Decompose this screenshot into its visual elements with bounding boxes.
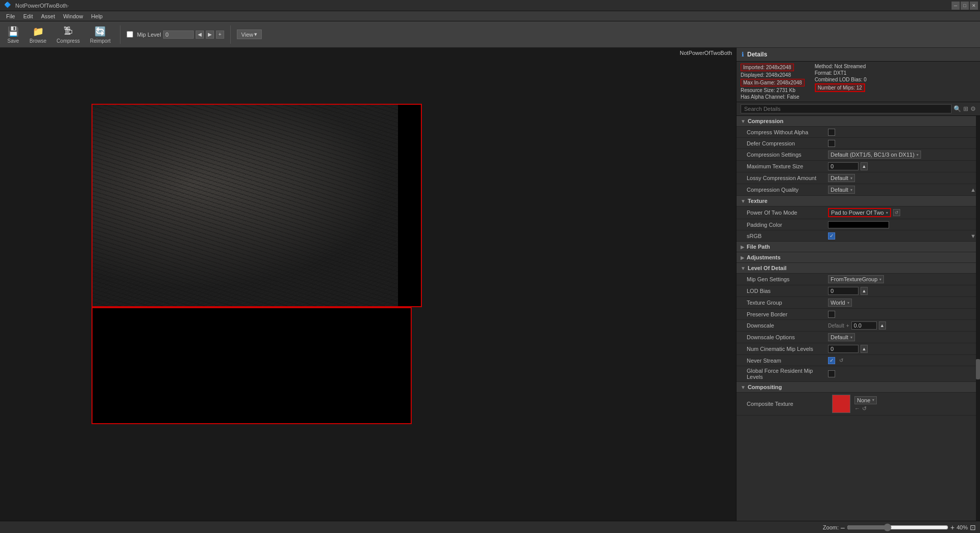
downscale-options-row: Downscale Options Default ▾ bbox=[737, 332, 980, 343]
browse-button[interactable]: 📁 Browse bbox=[26, 24, 49, 45]
mip-gen-settings-option: FromTextureGroup bbox=[831, 276, 877, 282]
lod-section-header[interactable]: ▼ Level Of Detail bbox=[737, 263, 980, 274]
compositing-arrow-icon: ▼ bbox=[741, 384, 746, 390]
viewport-label: NotPowerOfTwoBoth bbox=[680, 50, 732, 56]
search-icon[interactable]: 🔍 bbox=[954, 105, 961, 112]
menu-help[interactable]: Help bbox=[87, 12, 107, 20]
compositing-section-header[interactable]: ▼ Compositing bbox=[737, 382, 980, 393]
mip-level-checkbox[interactable] bbox=[127, 31, 133, 38]
info-combined-lod: Combined LOD Bias: 0 bbox=[815, 77, 867, 82]
save-button[interactable]: 💾 Save bbox=[4, 24, 22, 45]
lossy-compression-dropdown[interactable]: Default ▾ bbox=[828, 174, 855, 182]
mip-level-container: Mip Level ◀ ▶ + bbox=[127, 31, 224, 39]
info-max-in-game: Max In-Game: 2048x2048 bbox=[741, 79, 805, 86]
max-texture-size-input[interactable] bbox=[828, 162, 859, 170]
texture-group-dropdown[interactable]: World ▾ bbox=[828, 299, 852, 307]
zoom-minus-icon[interactable]: – bbox=[841, 523, 845, 531]
search-input[interactable] bbox=[741, 104, 952, 113]
mip-gen-settings-dropdown[interactable]: FromTextureGroup ▾ bbox=[828, 275, 884, 283]
padding-color-label: Padding Color bbox=[747, 222, 828, 228]
never-stream-reset-icon[interactable]: ↺ bbox=[839, 358, 843, 363]
composite-arrow-left-icon[interactable]: ← bbox=[854, 405, 860, 412]
downscale-label: Downscale bbox=[747, 322, 828, 329]
never-stream-label: Never Stream bbox=[747, 358, 828, 364]
scrollbar[interactable] bbox=[976, 116, 980, 521]
compression-quality-value: Default ▾ ▲ bbox=[828, 186, 976, 194]
menu-file[interactable]: File bbox=[2, 12, 19, 20]
compression-arrow-icon: ▼ bbox=[741, 119, 746, 124]
info-method: Method: Not Streamed bbox=[815, 64, 867, 69]
compression-section-header[interactable]: ▼ Compression bbox=[737, 116, 980, 127]
grid-icon[interactable]: ⊞ bbox=[963, 105, 968, 112]
mip-expand-button[interactable]: + bbox=[216, 31, 224, 39]
never-stream-checkbox[interactable] bbox=[828, 357, 835, 364]
compression-settings-dropdown[interactable]: Default (DXT1/5, BC1/3 on DX11) ▾ bbox=[828, 151, 921, 159]
menu-window[interactable]: Window bbox=[59, 12, 87, 20]
global-force-mip-value bbox=[828, 370, 976, 377]
file-path-section-header[interactable]: ▶ File Path bbox=[737, 242, 980, 252]
info-resource-size: Resource Size: 2731 Kb bbox=[741, 87, 805, 93]
zoom-fit-icon[interactable]: ⊡ bbox=[970, 523, 976, 531]
lossy-compression-option: Default bbox=[831, 175, 848, 181]
info-has-alpha: Has Alpha Channel: False bbox=[741, 94, 805, 100]
texture-section-header[interactable]: ▼ Texture bbox=[737, 196, 980, 206]
compression-section-title: Compression bbox=[748, 118, 783, 124]
view-button[interactable]: View ▾ bbox=[237, 29, 262, 39]
global-force-mip-checkbox[interactable] bbox=[828, 370, 835, 377]
srgb-checkbox[interactable] bbox=[828, 232, 835, 240]
minimize-button[interactable]: ─ bbox=[952, 2, 960, 10]
num-cinematic-mip-up-button[interactable]: ▲ bbox=[861, 345, 868, 353]
composite-action-row: ← ↺ bbox=[854, 405, 976, 412]
downscale-options-dropdown[interactable]: Default ▾ bbox=[828, 333, 855, 341]
power-of-two-reset-button[interactable]: ↺ bbox=[893, 209, 900, 216]
zoom-slider[interactable] bbox=[847, 523, 948, 531]
lod-bias-value: ▲ bbox=[828, 287, 976, 295]
downscale-input[interactable] bbox=[851, 321, 877, 330]
mip-decrease-button[interactable]: ◀ bbox=[196, 31, 204, 39]
power-of-two-arrow-icon: ▾ bbox=[886, 211, 888, 215]
save-icon: 💾 bbox=[7, 25, 19, 38]
num-cinematic-mip-input[interactable] bbox=[828, 345, 859, 353]
compression-settings-option: Default (DXT1/5, BC1/3 on DX11) bbox=[831, 152, 914, 158]
details-icon: ℹ bbox=[742, 51, 744, 58]
compression-settings-value: Default (DXT1/5, BC1/3 on DX11) ▾ bbox=[828, 151, 976, 159]
settings-icon[interactable]: ⚙ bbox=[970, 105, 976, 112]
scrollbar-thumb[interactable] bbox=[976, 359, 980, 379]
view-arrow-icon: ▾ bbox=[254, 31, 257, 38]
reimport-button[interactable]: 🔄 Reimport bbox=[87, 24, 114, 45]
compress-without-alpha-value bbox=[828, 129, 976, 136]
info-col-right: Method: Not Streamed Format: DXT1 Combin… bbox=[815, 64, 867, 100]
lod-bias-input[interactable] bbox=[828, 287, 859, 295]
menu-edit[interactable]: Edit bbox=[19, 12, 37, 20]
preserve-border-checkbox[interactable] bbox=[828, 311, 835, 318]
maximize-button[interactable]: □ bbox=[961, 2, 969, 10]
compress-button[interactable]: 🗜 Compress bbox=[53, 24, 83, 45]
close-button[interactable]: ✕ bbox=[970, 2, 978, 10]
compress-without-alpha-checkbox[interactable] bbox=[828, 129, 835, 136]
composite-refresh-icon[interactable]: ↺ bbox=[862, 405, 867, 412]
global-force-mip-label: Global Force Resident Mip Levels bbox=[747, 368, 828, 380]
compression-quality-dropdown[interactable]: Default ▾ bbox=[828, 186, 855, 194]
mip-increase-button[interactable]: ▶ bbox=[206, 31, 214, 39]
mip-level-input[interactable] bbox=[163, 31, 194, 39]
info-displayed: Displayed: 2048x2048 bbox=[741, 72, 805, 78]
toolbar: 💾 Save 📁 Browse 🗜 Compress 🔄 Reimport Mi… bbox=[0, 21, 980, 48]
padding-color-swatch[interactable] bbox=[828, 221, 889, 228]
menu-asset[interactable]: Asset bbox=[37, 12, 59, 20]
lod-bias-up-button[interactable]: ▲ bbox=[861, 287, 868, 295]
defer-compression-checkbox[interactable] bbox=[828, 140, 835, 147]
downscale-add-button[interactable]: + bbox=[846, 323, 849, 329]
zoom-plus-icon[interactable]: + bbox=[951, 523, 955, 531]
file-path-arrow-icon: ▶ bbox=[741, 244, 745, 250]
downscale-up-button[interactable]: ▲ bbox=[879, 321, 886, 330]
defer-compression-value bbox=[828, 140, 976, 147]
texture-group-option: World bbox=[831, 300, 845, 306]
adjustments-section-header[interactable]: ▶ Adjustments bbox=[737, 252, 980, 263]
num-mips-value: Number of Mips: 12 bbox=[815, 83, 865, 92]
max-texture-size-up-button[interactable]: ▲ bbox=[861, 162, 868, 170]
power-of-two-dropdown[interactable]: Pad to Power Of Two ▾ bbox=[828, 208, 891, 217]
compression-quality-arrow-icon: ▾ bbox=[850, 188, 852, 192]
composite-dropdown[interactable]: None ▾ bbox=[854, 396, 877, 404]
srgb-row: sRGB ▼ bbox=[737, 230, 980, 242]
composite-color-preview[interactable] bbox=[832, 395, 850, 413]
